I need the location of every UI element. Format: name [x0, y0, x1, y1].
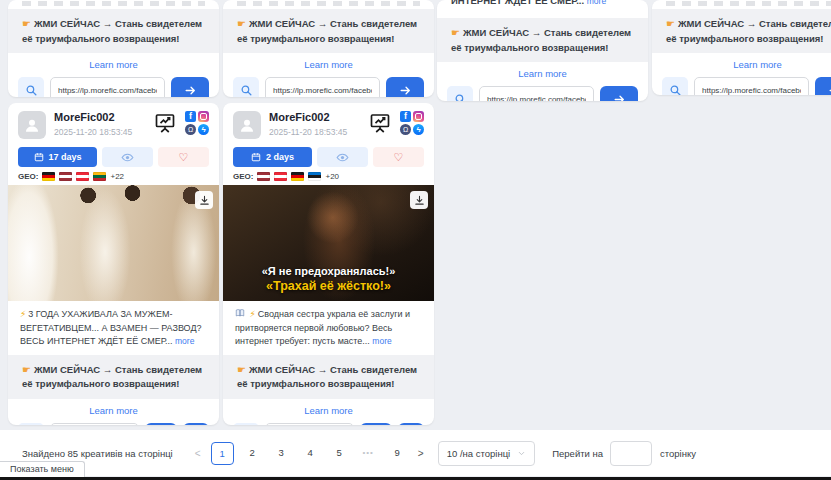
- preview-button[interactable]: [102, 147, 153, 167]
- header-icons: f Ω ϟ: [153, 111, 209, 135]
- cta-banner: ☛ЖМИ СЕЙЧАС → Стань свидетелем её триумф…: [8, 355, 219, 399]
- messenger-icon[interactable]: ϟ: [198, 124, 209, 135]
- presentation-board-icon[interactable]: [153, 111, 177, 135]
- audience-network-icon[interactable]: Ω: [400, 124, 411, 135]
- days-running-button[interactable]: 17 days: [18, 147, 97, 167]
- cta-banner-text: ЖМИ СЕЙЧАС → Стань свидетелем её триумфа…: [666, 18, 831, 44]
- pointing-finger-icon: ☛: [451, 27, 460, 38]
- ad-card-1: MoreFic002 2025-11-20 18:53:45 f Ω ϟ 17 …: [8, 103, 219, 425]
- landing-url-input[interactable]: [479, 86, 594, 101]
- creative-image[interactable]: [8, 185, 219, 301]
- page-button-1[interactable]: 1: [211, 442, 234, 465]
- lightning-icon: ⚡: [20, 309, 26, 319]
- audience-network-icon[interactable]: Ω: [185, 124, 196, 135]
- more-link[interactable]: more: [372, 336, 391, 346]
- page-button-3[interactable]: 3: [271, 442, 292, 463]
- arrow-right-icon: [828, 84, 831, 95]
- search-button[interactable]: [233, 77, 259, 97]
- avatar: [18, 111, 46, 139]
- cta-banner-text: ЖМИ СЕЙЧАС → Стань свидетелем её триумфа…: [237, 18, 417, 44]
- facebook-icon[interactable]: f: [185, 111, 196, 122]
- landing-url-input[interactable]: [265, 77, 380, 97]
- download-icon: [414, 195, 425, 206]
- open-url-button[interactable]: [171, 77, 209, 97]
- eye-icon: [336, 151, 349, 164]
- header-icons: f Ω ϟ: [368, 111, 424, 135]
- clipped-description: ИНТЕРНЕТ ЖДЁТ ЕЁ СМЕР... more: [437, 0, 648, 12]
- pointing-finger-icon: ☛: [22, 18, 31, 29]
- eye-icon: [121, 151, 134, 164]
- learn-more-link[interactable]: Learn more: [223, 399, 434, 419]
- presentation-board-icon[interactable]: [368, 111, 392, 135]
- learn-more-link[interactable]: Learn more: [223, 53, 434, 73]
- advertiser-info: MoreFic002 2025-11-20 18:53:45: [54, 111, 132, 137]
- open-url-button[interactable]: [386, 77, 424, 97]
- more-link[interactable]: more: [587, 0, 606, 6]
- open-url-button[interactable]: [360, 423, 392, 425]
- open-url-button[interactable]: [815, 77, 831, 95]
- advertiser-info: MoreFic002 2025-11-20 18:53:45: [269, 111, 347, 137]
- ad-card-partial-4: ☛ЖМИ СЕЙЧАС → Стань свидетелем её триумф…: [652, 0, 831, 95]
- prev-page-button[interactable]: <: [189, 442, 207, 464]
- search-icon: [25, 84, 38, 97]
- cta-banner-text: ЖМИ СЕЙЧАС → Стань свидетелем её триумфа…: [451, 27, 631, 53]
- search-button[interactable]: [18, 423, 44, 425]
- person-icon: [23, 116, 41, 134]
- days-running-button[interactable]: 2 days: [233, 147, 312, 167]
- cta-banner: ☛ЖМИ СЕЙЧАС → Стань свидетелем её триумф…: [223, 9, 434, 53]
- pagination-bar: Знайдено 85 креативів на сторінці < 1234…: [0, 430, 831, 476]
- search-button[interactable]: [233, 423, 259, 425]
- search-icon: [454, 93, 467, 101]
- ad-description: ⚡3 ГОДА УХАЖИВАЛА ЗА МУЖЕМ-ВЕГЕТАТИВЦЕМ.…: [8, 301, 219, 353]
- favorite-button[interactable]: ♡: [373, 147, 424, 167]
- learn-more-link[interactable]: Learn more: [437, 62, 648, 82]
- geo-flags: [257, 172, 321, 181]
- search-button[interactable]: [18, 77, 44, 97]
- more-link[interactable]: more: [175, 336, 194, 346]
- landing-url-input[interactable]: [50, 423, 139, 425]
- messenger-icon[interactable]: ϟ: [413, 124, 424, 135]
- facebook-icon[interactable]: f: [400, 111, 411, 122]
- pointing-finger-icon: ☛: [237, 364, 246, 375]
- next-page-button[interactable]: >: [412, 442, 430, 464]
- open-url-button[interactable]: [145, 423, 177, 425]
- preview-button[interactable]: [317, 147, 368, 167]
- advertiser-name[interactable]: MoreFic002: [54, 111, 132, 125]
- geo-extra-count[interactable]: +20: [325, 172, 339, 181]
- goto-page-input[interactable]: [610, 441, 652, 466]
- landing-url-input[interactable]: [694, 77, 809, 95]
- pointing-finger-icon: ☛: [666, 18, 675, 29]
- landing-url-input[interactable]: [265, 423, 354, 425]
- download-button[interactable]: [398, 423, 424, 425]
- download-button[interactable]: [183, 423, 209, 425]
- learn-more-link[interactable]: Learn more: [8, 53, 219, 73]
- page-button-9[interactable]: 9: [387, 442, 408, 463]
- page-size-select[interactable]: 10 /на сторінці: [438, 441, 536, 466]
- geo-extra-count[interactable]: +22: [110, 172, 124, 181]
- search-button[interactable]: [447, 86, 473, 101]
- heart-icon: ♡: [394, 152, 404, 163]
- flag-de-icon: [291, 172, 304, 181]
- download-creative-button[interactable]: [410, 191, 428, 209]
- search-button[interactable]: [662, 77, 688, 95]
- instagram-icon[interactable]: [413, 111, 424, 122]
- page-button-2[interactable]: 2: [242, 442, 263, 463]
- lightning-icon: ⚡: [250, 309, 256, 319]
- ad-card-partial-2: ☛ЖМИ СЕЙЧАС → Стань свидетелем её триумф…: [223, 0, 434, 97]
- instagram-icon[interactable]: [198, 111, 209, 122]
- landing-url-input[interactable]: [50, 77, 165, 97]
- card-actions: 2 days ♡: [223, 144, 434, 167]
- advertiser-name[interactable]: MoreFic002: [269, 111, 347, 125]
- favorite-button[interactable]: ♡: [158, 147, 209, 167]
- cta-banner-text: ЖМИ СЕЙЧАС → Стань свидетелем её триумфа…: [237, 364, 417, 390]
- arrow-right-icon: [184, 84, 197, 97]
- cta-banner: ☛ЖМИ СЕЙЧАС → Стань свидетелем её триумф…: [437, 18, 648, 62]
- flag-lt-icon: [93, 172, 106, 181]
- download-creative-button[interactable]: [195, 191, 213, 209]
- page-button-4[interactable]: 4: [300, 442, 321, 463]
- learn-more-link[interactable]: Learn more: [8, 399, 219, 419]
- creative-image[interactable]: «Я не предохранялась!» «Трахай её жёстко…: [223, 185, 434, 301]
- open-url-button[interactable]: [600, 86, 638, 101]
- page-button-5[interactable]: 5: [329, 442, 350, 463]
- learn-more-link[interactable]: Learn more: [652, 53, 831, 73]
